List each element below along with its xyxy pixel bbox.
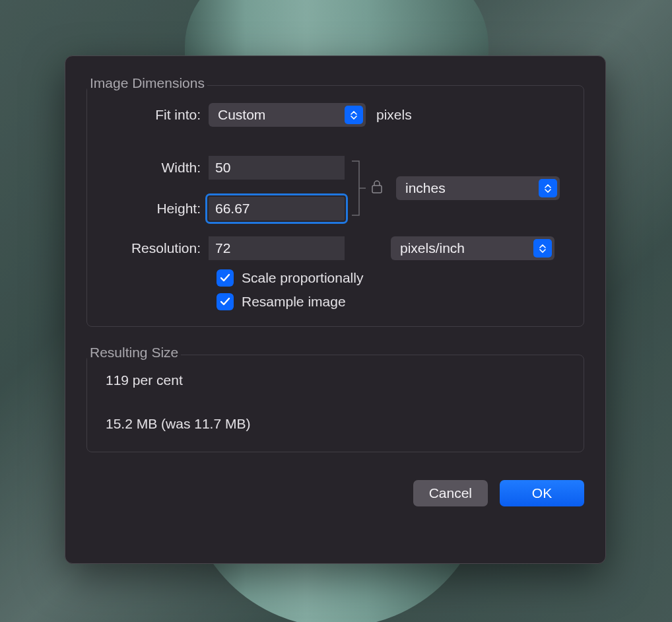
checkmark-icon — [217, 269, 234, 287]
stepper-icon — [345, 106, 363, 124]
resolution-label: Resolution: — [103, 240, 209, 256]
resulting-size-title: Resulting Size — [87, 345, 181, 361]
height-input[interactable] — [209, 197, 345, 221]
scale-proportionally-checkbox[interactable]: Scale proportionally — [217, 269, 568, 287]
resample-image-checkbox[interactable]: Resample image — [217, 293, 568, 310]
width-input[interactable] — [209, 156, 345, 180]
size-unit-value: inches — [405, 180, 446, 196]
resulting-size-group: Resulting Size 119 per cent 15.2 MB (was… — [86, 355, 584, 452]
dialog-buttons: Cancel OK — [86, 480, 584, 506]
height-label: Height: — [103, 201, 209, 217]
size-unit-select[interactable]: inches — [396, 176, 560, 200]
scale-proportionally-label: Scale proportionally — [242, 270, 363, 286]
lock-icon — [371, 180, 383, 197]
stepper-icon — [533, 239, 552, 258]
image-size-dialog: Image Dimensions Fit into: Custom pixels… — [65, 55, 606, 564]
width-label: Width: — [103, 160, 209, 176]
resolution-input[interactable] — [209, 236, 345, 260]
image-dimensions-group: Image Dimensions Fit into: Custom pixels… — [86, 85, 584, 327]
stepper-icon — [539, 179, 557, 197]
image-dimensions-title: Image Dimensions — [87, 75, 207, 91]
fit-into-label: Fit into: — [103, 107, 209, 123]
checkmark-icon — [217, 293, 234, 310]
resulting-filesize: 15.2 MB (was 11.7 MB) — [106, 416, 565, 432]
ok-button[interactable]: OK — [500, 480, 584, 506]
fit-into-select[interactable]: Custom — [209, 103, 366, 127]
resolution-unit-select[interactable]: pixels/inch — [391, 236, 554, 260]
link-bracket-icon — [351, 160, 367, 217]
cancel-button[interactable]: Cancel — [413, 480, 488, 506]
fit-into-units: pixels — [376, 107, 412, 123]
resample-image-label: Resample image — [242, 294, 346, 310]
fit-into-value: Custom — [218, 107, 265, 123]
resulting-percent: 119 per cent — [106, 372, 565, 388]
resolution-unit-value: pixels/inch — [400, 240, 465, 256]
svg-rect-0 — [372, 186, 382, 193]
